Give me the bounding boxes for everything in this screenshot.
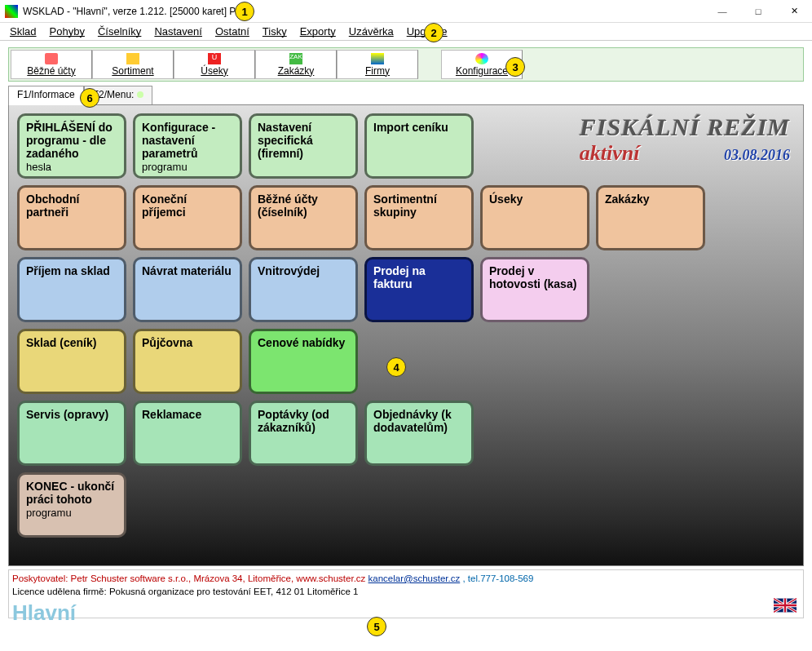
tile-prodej-hotovosti[interactable]: Prodej v hotovosti (kasa) xyxy=(480,257,589,322)
footer-provider: Poskytovatel: Petr Schuster software s.r… xyxy=(12,572,800,585)
menu-nastaveni[interactable]: Nastavení xyxy=(148,24,209,39)
tile-konec[interactable]: KONEC - ukončí práci tohotoprogramu xyxy=(17,472,126,538)
menu-uzaverka[interactable]: Uzávěrka xyxy=(342,24,400,39)
footer-licence: Licence udělena firmě: Pokusná organizac… xyxy=(12,585,800,598)
tile-prijem-na-sklad[interactable]: Příjem na sklad xyxy=(17,257,126,322)
tile-konfigurace[interactable]: Konfigurace -nastavení parametrůprogramu xyxy=(133,113,242,179)
tile-import-ceniku[interactable]: Import ceníku xyxy=(364,113,474,179)
menu-tisky[interactable]: Tisky xyxy=(256,24,293,39)
tile-konecni-prijemci[interactable]: Koneční příjemci xyxy=(133,185,242,250)
tile-zakazky[interactable]: Zakázky xyxy=(596,185,705,250)
tile-sortimentni-skupiny[interactable]: Sortimentní skupiny xyxy=(364,185,474,250)
tile-servis[interactable]: Servis (opravy) xyxy=(17,401,126,466)
toolbar: Běžné účty Sortiment ÚÚseky ZAKZakázky F… xyxy=(8,47,804,82)
piggybank-icon xyxy=(45,53,58,64)
menu-bar: Sklad Pohyby Číselníky Nastavení Ostatní… xyxy=(0,23,812,41)
uk-flag-icon[interactable] xyxy=(774,598,797,613)
annotation-4: 4 xyxy=(386,357,406,377)
window-title: WSKLAD - "Hlavní", verze 1.212. [25000 k… xyxy=(23,6,704,17)
tile-bezne-ucty-ciselnik[interactable]: Běžné účty (číselník) xyxy=(249,185,358,250)
zakazky-icon: ZAK xyxy=(289,53,302,64)
annotation-1: 1 xyxy=(235,2,254,21)
menu-ostatni[interactable]: Ostatní xyxy=(209,24,256,39)
tile-nastaveni-firemni[interactable]: Nastavení specifická (firemní) xyxy=(249,113,358,179)
fiscal-date: 03.08.2016 xyxy=(724,147,790,164)
menu-pohyby[interactable]: Pohyby xyxy=(43,24,91,39)
fiscal-state: aktivní xyxy=(580,141,640,166)
footer-email-link[interactable]: kancelar@schuster.cz xyxy=(368,574,461,583)
tab-informace[interactable]: F1/Informace xyxy=(8,86,84,105)
tile-prodej-fakturu[interactable]: Prodej na fakturu xyxy=(364,257,474,322)
window-controls: — □ ✕ xyxy=(704,0,812,23)
tile-sklad-cenik[interactable]: Sklad (ceník) xyxy=(17,329,126,394)
tile-pujcovna[interactable]: Půjčovna xyxy=(133,329,242,394)
sortiment-icon xyxy=(126,53,139,64)
close-button[interactable]: ✕ xyxy=(776,0,812,23)
toolbar-useky[interactable]: ÚÚseky xyxy=(174,50,255,79)
tile-vnitrovydej[interactable]: Vnitrovýdej xyxy=(249,257,358,322)
annotation-3: 3 xyxy=(505,57,525,77)
tile-obchodni-partneri[interactable]: Obchodní partneři xyxy=(17,185,126,250)
app-icon xyxy=(5,5,18,18)
tile-prihlaseni[interactable]: PŘIHLÁŠENÍ do programu - dle zadanéhohes… xyxy=(17,113,126,179)
window-titlebar: WSKLAD - "Hlavní", verze 1.212. [25000 k… xyxy=(0,0,812,23)
toolbar-bezne-ucty[interactable]: Běžné účty xyxy=(11,50,92,79)
footer-brand: Hlavní xyxy=(12,598,800,627)
toolbar-firmy[interactable]: Firmy xyxy=(337,50,418,79)
tile-navrat-materialu[interactable]: Návrat materiálu xyxy=(133,257,242,322)
toolbar-zakazky[interactable]: ZAKZakázky xyxy=(255,50,337,79)
status-dot-icon xyxy=(137,91,143,98)
annotation-6: 6 xyxy=(80,88,99,108)
toolbar-sortiment[interactable]: Sortiment xyxy=(92,50,174,79)
maximize-button[interactable]: □ xyxy=(740,0,776,23)
firmy-icon xyxy=(371,53,384,64)
tab-strip: F1/Informace F2/Menu: xyxy=(8,85,804,104)
annotation-2: 2 xyxy=(424,23,444,42)
tile-poptavky[interactable]: Poptávky (od zákazníků) xyxy=(249,401,358,466)
tile-cenove-nabidky[interactable]: Cenové nabídky xyxy=(249,329,358,394)
tile-useky[interactable]: Úseky xyxy=(480,185,589,250)
main-panel: FISKÁLNÍ REŽIM aktivní 03.08.2016 PŘIHLÁ… xyxy=(8,104,804,566)
menu-ciselniky[interactable]: Číselníky xyxy=(91,24,148,39)
footer: Poskytovatel: Petr Schuster software s.r… xyxy=(8,569,804,618)
minimize-button[interactable]: — xyxy=(704,0,740,23)
menu-exporty[interactable]: Exporty xyxy=(293,24,342,39)
fiscal-status: FISKÁLNÍ REŽIM aktivní 03.08.2016 xyxy=(580,113,790,166)
annotation-5: 5 xyxy=(367,617,386,636)
useky-icon: Ú xyxy=(208,53,221,64)
fiscal-title: FISKÁLNÍ REŽIM xyxy=(580,113,790,141)
menu-sklad[interactable]: Sklad xyxy=(3,24,43,39)
gear-icon xyxy=(475,53,488,64)
tile-objednavky[interactable]: Objednávky (k dodavatelům) xyxy=(364,401,474,466)
tile-reklamace[interactable]: Reklamace xyxy=(133,401,242,466)
